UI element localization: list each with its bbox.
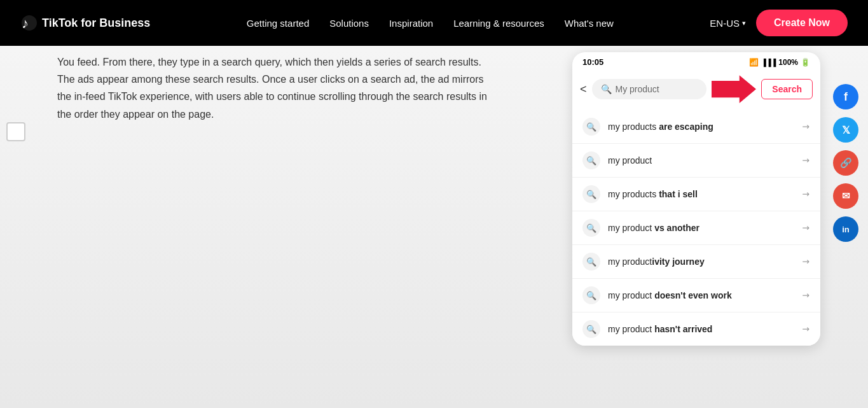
article-text-area: You feed. From there, they type in a sea… — [32, 46, 563, 408]
left-sidebar — [0, 46, 32, 408]
article-text-content: You feed. From there, they type in a sea… — [57, 53, 490, 123]
search-magnifier-icon: 🔍 — [601, 84, 612, 94]
logo-text: TikTok for Business — [42, 17, 150, 30]
nav-right: EN-US ▾ Create Now — [710, 10, 848, 36]
arrow-icon: ↗ — [800, 188, 813, 200]
link-icon: 🔗 — [840, 157, 852, 169]
email-icon: ✉ — [842, 190, 850, 202]
list-item[interactable]: 🔍 my product doesn't even work ↗ — [572, 279, 820, 313]
facebook-share-button[interactable]: f — [833, 84, 858, 109]
list-item[interactable]: 🔍 my product vs another ↗ — [572, 211, 820, 245]
battery-icon: 🔋 — [801, 58, 810, 67]
linkedin-icon: in — [842, 225, 850, 234]
result-text: my product doesn't even work — [608, 290, 795, 300]
language-selector[interactable]: EN-US ▾ — [710, 18, 746, 29]
arrow-icon: ↗ — [800, 154, 813, 167]
arrow-icon: ↗ — [800, 323, 813, 335]
nav-whats-new[interactable]: What's new — [565, 18, 614, 29]
list-item[interactable]: 🔍 my productivity journey ↗ — [572, 245, 820, 279]
search-bar-row: < 🔍 My product Search — [572, 69, 820, 110]
main-content: You feed. From there, they type in a sea… — [0, 46, 868, 408]
email-share-button[interactable]: ✉ — [833, 183, 858, 209]
status-icons: 📶 ▐▐▐ 100% 🔋 — [749, 58, 810, 67]
result-search-icon: 🔍 — [582, 219, 600, 237]
right-sidebar: f 𝕏 🔗 ✉ in — [830, 46, 868, 408]
search-button[interactable]: Search — [761, 79, 813, 99]
arrow-icon: ↗ — [800, 289, 813, 302]
result-bold: vs another — [654, 223, 699, 233]
wifi-icon: 📶 — [749, 58, 759, 67]
result-search-icon: 🔍 — [582, 118, 600, 136]
result-search-icon: 🔍 — [582, 151, 600, 169]
search-input-box[interactable]: 🔍 My product — [592, 79, 707, 99]
search-input-placeholder: My product — [616, 84, 659, 94]
result-bold: ivity journey — [652, 257, 704, 267]
result-text: my product — [608, 155, 795, 165]
result-search-icon: 🔍 — [582, 185, 600, 203]
list-item[interactable]: 🔍 my product ↗ — [572, 144, 820, 178]
result-bold: hasn't arrived — [654, 324, 712, 334]
result-search-icon: 🔍 — [582, 286, 600, 304]
lang-label: EN-US — [710, 18, 740, 29]
search-results-list: 🔍 my products are escaping ↗ 🔍 my produc… — [572, 110, 820, 346]
logo: ♪ TikTok for Business — [20, 14, 150, 32]
result-text: my productivity journey — [608, 257, 795, 267]
svg-text:♪: ♪ — [22, 15, 29, 31]
list-item[interactable]: 🔍 my products are escaping ↗ — [572, 110, 820, 144]
article-paragraph: You feed. From there, they type in a sea… — [57, 46, 490, 128]
phone-time: 10:05 — [582, 57, 603, 67]
result-bold: that i sell — [659, 189, 698, 199]
svg-marker-1 — [712, 75, 756, 103]
phone-area: 10:05 📶 ▐▐▐ 100% 🔋 < 🔍 My product — [563, 46, 830, 408]
list-item[interactable]: 🔍 my products that i sell ↗ — [572, 178, 820, 211]
bookmark-icon[interactable] — [6, 122, 25, 141]
result-search-icon: 🔍 — [582, 253, 600, 271]
arrow-icon: ↗ — [800, 222, 813, 234]
signal-icon: ▐▐▐ — [761, 59, 776, 66]
copy-link-button[interactable]: 🔗 — [833, 150, 858, 176]
chevron-down-icon: ▾ — [742, 19, 746, 27]
result-text: my products that i sell — [608, 189, 795, 199]
nav-inspiration[interactable]: Inspiration — [389, 18, 433, 29]
result-text: my products are escaping — [608, 122, 795, 132]
arrow-icon: ↗ — [800, 120, 813, 133]
create-now-button[interactable]: Create Now — [756, 10, 848, 36]
phone-mockup: 10:05 📶 ▐▐▐ 100% 🔋 < 🔍 My product — [572, 52, 820, 346]
result-bold: are escaping — [659, 122, 713, 132]
list-item[interactable]: 🔍 my product hasn't arrived ↗ — [572, 313, 820, 346]
nav-getting-started[interactable]: Getting started — [247, 18, 309, 29]
nav-links: Getting started Solutions Inspiration Le… — [176, 18, 684, 29]
arrow-pointer-icon — [712, 73, 756, 105]
result-bold: doesn't even work — [654, 290, 732, 300]
twitter-icon: 𝕏 — [842, 124, 850, 136]
arrow-icon: ↗ — [800, 255, 813, 268]
battery-text: 100% — [778, 58, 798, 67]
facebook-icon: f — [844, 90, 848, 104]
tiktok-logo-icon: ♪ — [20, 14, 38, 32]
result-search-icon: 🔍 — [582, 320, 600, 338]
back-arrow-icon[interactable]: < — [580, 83, 587, 96]
result-text: my product vs another — [608, 223, 795, 233]
linkedin-share-button[interactable]: in — [833, 216, 858, 242]
phone-status-bar: 10:05 📶 ▐▐▐ 100% 🔋 — [572, 52, 820, 69]
navbar: ♪ TikTok for Business Getting started So… — [0, 0, 868, 46]
nav-learning-resources[interactable]: Learning & resources — [453, 18, 544, 29]
twitter-share-button[interactable]: 𝕏 — [833, 117, 858, 143]
result-text: my product hasn't arrived — [608, 324, 795, 334]
nav-solutions[interactable]: Solutions — [329, 18, 369, 29]
